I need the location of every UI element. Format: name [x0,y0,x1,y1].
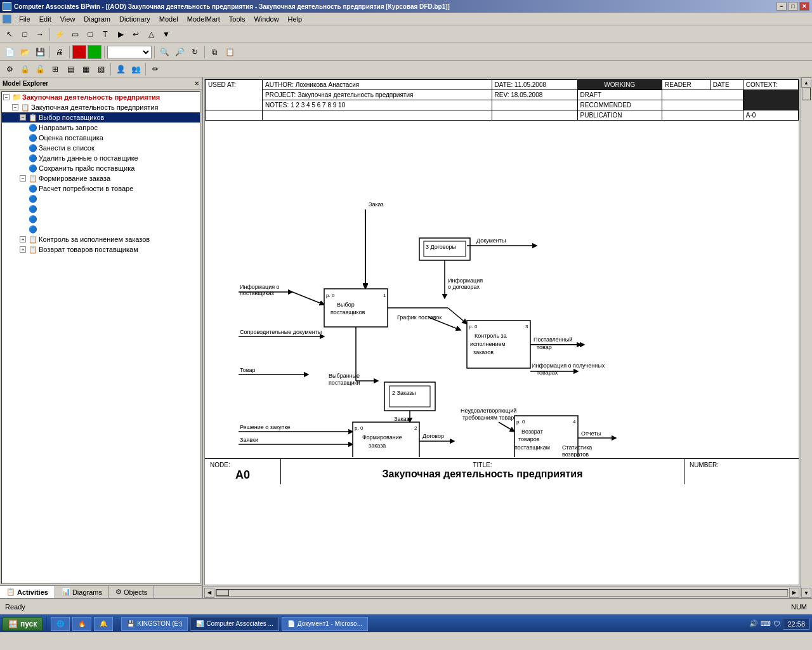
expand-kontrol[interactable]: + [20,236,26,242]
svg-text:товарах: товарах [537,369,558,376]
btn-open[interactable]: 📂 [18,45,32,59]
svg-text:Формирование: Формирование [362,434,402,441]
tb3-btn10[interactable]: ✏ [148,62,162,76]
tree-ocenka[interactable]: 🔵 Оценка поставщика [2,133,200,143]
menu-file[interactable]: File [15,14,34,24]
minimize-button[interactable]: − [776,2,787,11]
tree-empty3[interactable]: 🔵 [2,214,200,224]
taskbar-tray3[interactable]: 🔔 [94,617,113,631]
tool-rect2[interactable]: □ [83,27,97,41]
project-label: PROJECT: [265,91,298,98]
h-scroll-left-btn[interactable]: ◀ [204,588,214,598]
btn-zoom-in[interactable]: 🔍 [157,45,171,59]
tree-node-l1[interactable]: − 📋 Закупочная деятельность предприятия [2,102,200,112]
expand-icon[interactable]: − [3,94,10,100]
taskbar-tray1[interactable]: 🌐 [51,617,70,631]
menu-window[interactable]: Window [250,14,282,24]
tb3-btn8[interactable]: 👤 [114,62,128,76]
menu-modelmart[interactable]: ModelMart [183,14,224,24]
btn-copy[interactable]: ⧉ [207,45,221,59]
sep2 [49,46,50,58]
maximize-button[interactable]: □ [788,2,798,11]
menu-view[interactable]: View [56,14,79,24]
tb3-btn7[interactable]: ▧ [94,62,108,76]
diagram-svg: Информация о поставщиках Заказ 3 Договор… [205,121,799,457]
svg-text:Выбор: Выбор [337,302,355,308]
doc-udalit-icon: 🔵 [29,154,37,162]
tree-empty4[interactable]: 🔵 [2,224,200,234]
btn-print[interactable]: 🖨 [53,45,67,59]
tb3-btn5[interactable]: ▤ [63,62,77,76]
btn-refresh[interactable]: ↻ [188,45,202,59]
tool-lightning[interactable]: ⚡ [53,27,67,41]
svg-text:требованиям товар: требованиям товар [462,415,514,421]
taskbar-bpwin[interactable]: 📊 Computer Associates ... [190,617,279,631]
v-scroll-up-btn[interactable]: ▲ [801,77,811,88]
tool-arrow[interactable]: ↖ [3,27,16,41]
tree-sohranit[interactable]: 🔵 Сохранить прайс поставщика [2,163,200,173]
expand-vozvrat[interactable]: + [20,246,26,253]
expand-l1[interactable]: − [12,104,18,110]
tab-objects[interactable]: ⚙ Objects [109,586,154,598]
working-cell: WORKING [577,80,662,90]
btn-color2[interactable] [88,45,102,59]
tool-arrow2[interactable]: → [33,27,47,41]
tab-activities[interactable]: 📋 Activities [0,586,55,598]
tab-diagrams[interactable]: 📊 Diagrams [55,586,109,598]
tree-udalit[interactable]: 🔵 Удалить данные о поставщике [2,153,200,163]
tree-empty1[interactable]: 🔵 [2,194,200,204]
btn-paste[interactable]: 📋 [223,45,237,59]
left-panel-close-btn[interactable]: ✕ [194,80,199,87]
taskbar-right: 🔊 ⌨ 🛡 22:58 [749,618,809,630]
close-button[interactable]: ✕ [799,2,809,11]
tool-rect[interactable]: ▭ [68,27,82,41]
v-scroll-down-btn[interactable]: ▼ [801,588,811,598]
tb3-btn3[interactable]: 🔓 [33,62,47,76]
tool-play[interactable]: ▶ [114,27,128,41]
menu-bar: File Edit View Diagram Dictionary Model … [0,13,812,25]
taskbar-word[interactable]: 📄 Документ1 - Microsо... [282,617,368,631]
tb3-btn2[interactable]: 🔒 [18,62,32,76]
tree-zanesti[interactable]: 🔵 Занести в список [2,143,200,153]
tb3-btn9[interactable]: 👥 [129,62,143,76]
v-scrollbar[interactable]: ▲ ▼ [801,77,812,598]
tb3-btn6[interactable]: ▦ [79,62,93,76]
taskbar-tray2[interactable]: 🔥 [72,617,91,631]
start-button[interactable]: 🪟 пуск [3,617,43,631]
btn-new[interactable]: 📄 [3,45,16,59]
menu-edit[interactable]: Edit [36,14,55,24]
tree-node-vybor[interactable]: − 📋 Выбор поставщиков [2,112,200,123]
taskbar-kingston[interactable]: 💾 KINGSTON (E:) [121,617,188,631]
btn-color1[interactable] [72,45,86,59]
tool-down[interactable]: ▼ [159,27,173,41]
btn-zoom-out[interactable]: 🔎 [173,45,187,59]
menu-diagram[interactable]: Diagram [80,14,114,24]
tree-vozvrat[interactable]: + 📋 Возврат товаров поставщикам [2,244,200,255]
left-panel: Model Explorer ✕ − 📁 Закупочная деятельн… [0,77,203,598]
tree-rasch[interactable]: 🔵 Расчет потребности в товаре [2,183,200,194]
zoom-select[interactable]: 80% [107,46,152,58]
tree-formirovanie[interactable]: − 📋 Формирование заказа [2,173,200,183]
menu-help[interactable]: Help [284,14,306,24]
menu-tools[interactable]: Tools [225,14,249,24]
tool-undo[interactable]: ↩ [129,27,143,41]
v-scroll-track[interactable] [801,88,812,588]
menu-model[interactable]: Model [155,14,182,24]
expand-form[interactable]: − [20,175,26,182]
tree-root[interactable]: − 📁 Закупочная деятельность предприятия [2,92,200,102]
tree-empty2[interactable]: 🔵 [2,204,200,214]
tool-draw[interactable]: □ [18,27,32,41]
tb3-btn1[interactable]: ⚙ [3,62,16,76]
tool-text[interactable]: T [98,27,112,41]
h-scrollbar[interactable]: ◀ ▶ [203,587,801,598]
tree-napravit[interactable]: 🔵 Направить запрос [2,123,200,133]
btn-save[interactable]: 💾 [33,45,47,59]
h-scroll-right-btn[interactable]: ▶ [789,588,799,598]
context-cell: CONTEXT: [743,80,798,90]
expand-vybor[interactable]: − [20,114,26,121]
svg-text:4: 4 [573,419,576,425]
tree-kontrol[interactable]: + 📋 Контроль за исполнением заказов [2,234,200,244]
menu-dictionary[interactable]: Dictionary [115,14,154,24]
tool-redo[interactable]: △ [144,27,158,41]
tb3-btn4[interactable]: ⊞ [48,62,62,76]
